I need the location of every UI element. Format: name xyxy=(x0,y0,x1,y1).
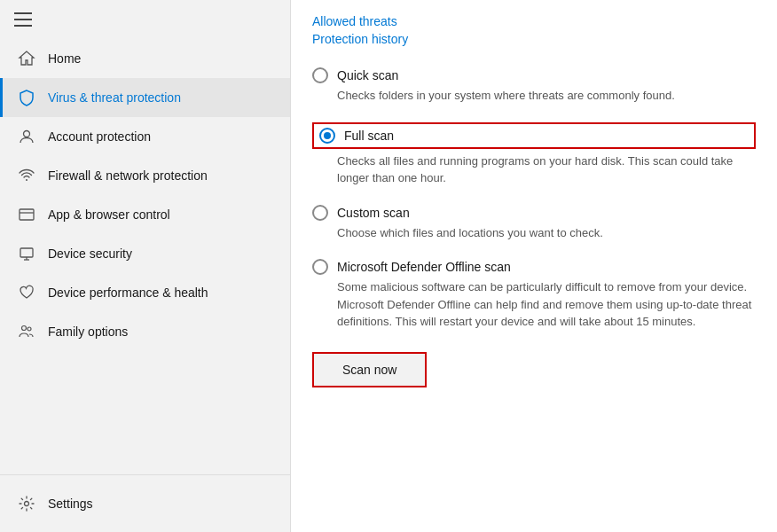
quick-scan-label: Quick scan xyxy=(337,68,398,82)
allowed-threats-link[interactable]: Allowed threats xyxy=(312,14,756,28)
sidebar-item-virus-label: Virus & threat protection xyxy=(48,90,181,105)
svg-point-7 xyxy=(27,327,31,331)
sidebar-item-settings-label: Settings xyxy=(48,497,93,511)
custom-scan-option: Custom scan Choose which files and locat… xyxy=(312,205,756,242)
quick-scan-desc: Checks folders in your system where thre… xyxy=(312,87,756,105)
sidebar-item-browser[interactable]: App & browser control xyxy=(0,195,290,234)
sidebar-item-account-label: Account protection xyxy=(48,129,151,144)
sidebar: Home Virus & threat protection Account p… xyxy=(0,0,291,532)
sidebar-item-settings[interactable]: Settings xyxy=(18,488,272,520)
quick-scan-option: Quick scan Checks folders in your system… xyxy=(312,67,756,105)
quick-scan-header[interactable]: Quick scan xyxy=(312,67,756,83)
hamburger-menu-icon[interactable] xyxy=(14,12,32,27)
main-content: Allowed threats Protection history Quick… xyxy=(291,0,777,532)
full-scan-option: Full scan Checks all files and running p… xyxy=(312,122,756,187)
person-icon xyxy=(18,128,35,145)
scan-options: Quick scan Checks folders in your system… xyxy=(312,67,756,331)
custom-scan-desc: Choose which files and locations you wan… xyxy=(312,224,756,242)
full-scan-desc: Checks all files and running programs on… xyxy=(312,153,756,187)
scan-now-section: Scan now xyxy=(312,352,756,387)
offline-scan-radio[interactable] xyxy=(312,259,328,275)
svg-rect-3 xyxy=(20,248,33,257)
protection-history-link[interactable]: Protection history xyxy=(312,32,756,46)
sidebar-item-home-label: Home xyxy=(48,51,81,66)
links-section: Allowed threats Protection history xyxy=(312,14,756,46)
sidebar-item-device-health[interactable]: Device performance & health xyxy=(0,273,290,312)
sidebar-item-family-label: Family options xyxy=(48,325,128,339)
svg-point-6 xyxy=(22,326,27,331)
family-icon xyxy=(18,323,35,340)
sidebar-header xyxy=(0,0,290,39)
svg-point-8 xyxy=(25,502,29,506)
gear-icon xyxy=(18,495,35,512)
sidebar-item-device-security-label: Device security xyxy=(48,246,132,261)
sidebar-item-device-health-label: Device performance & health xyxy=(48,286,208,300)
wifi-icon xyxy=(18,167,35,184)
full-scan-radio[interactable] xyxy=(319,128,335,144)
custom-scan-label: Custom scan xyxy=(337,206,410,220)
svg-rect-1 xyxy=(20,209,34,220)
sidebar-item-home[interactable]: Home xyxy=(0,39,290,78)
browser-icon xyxy=(18,206,35,223)
sidebar-item-firewall[interactable]: Firewall & network protection xyxy=(0,156,290,195)
sidebar-item-virus[interactable]: Virus & threat protection xyxy=(0,78,290,117)
shield-icon xyxy=(18,89,35,106)
sidebar-item-family[interactable]: Family options xyxy=(0,312,290,351)
offline-scan-option: Microsoft Defender Offline scan Some mal… xyxy=(312,259,756,331)
offline-scan-desc: Some malicious software can be particula… xyxy=(312,278,756,331)
svg-point-0 xyxy=(24,131,30,137)
heart-icon xyxy=(18,284,35,301)
full-scan-label: Full scan xyxy=(344,129,394,143)
offline-scan-label: Microsoft Defender Offline scan xyxy=(337,260,511,274)
sidebar-item-firewall-label: Firewall & network protection xyxy=(48,168,208,183)
sidebar-item-device-security[interactable]: Device security xyxy=(0,234,290,273)
sidebar-item-account[interactable]: Account protection xyxy=(0,117,290,156)
offline-scan-header[interactable]: Microsoft Defender Offline scan xyxy=(312,259,756,275)
quick-scan-radio[interactable] xyxy=(312,67,328,83)
custom-scan-header[interactable]: Custom scan xyxy=(312,205,756,221)
nav-items: Home Virus & threat protection Account p… xyxy=(0,39,290,474)
scan-now-button[interactable]: Scan now xyxy=(312,352,427,387)
device-icon xyxy=(18,245,35,262)
full-scan-header[interactable]: Full scan xyxy=(312,122,756,149)
sidebar-item-browser-label: App & browser control xyxy=(48,207,170,222)
home-icon xyxy=(18,50,35,67)
sidebar-bottom: Settings xyxy=(0,474,290,532)
custom-scan-radio[interactable] xyxy=(312,205,328,221)
